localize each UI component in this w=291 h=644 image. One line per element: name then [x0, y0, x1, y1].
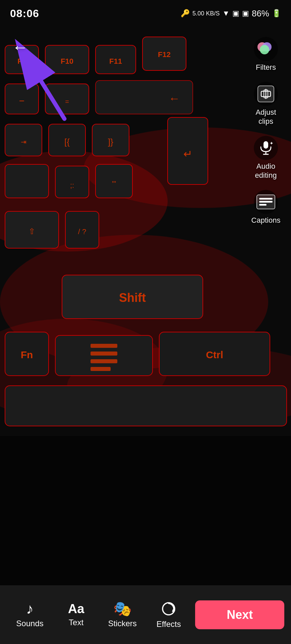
svg-text:;:: ;:: [70, 181, 74, 190]
adjust-clips-icon: [257, 86, 274, 102]
svg-text:[{: [{: [64, 137, 70, 147]
filters-icon: [257, 42, 274, 56]
svg-rect-49: [0, 436, 291, 587]
svg-point-59: [163, 603, 175, 615]
right-toolbar: Filters Adjust clips: [244, 34, 288, 228]
svg-rect-45: [91, 367, 111, 371]
bottom-item-text[interactable]: Aa Text: [53, 599, 99, 631]
text-icon: Aa: [68, 602, 84, 615]
svg-text:Ctrl: Ctrl: [206, 349, 223, 360]
svg-text:Shift: Shift: [119, 291, 146, 305]
svg-rect-28: [5, 164, 49, 198]
svg-rect-55: [264, 141, 268, 149]
svg-text:=: =: [65, 98, 69, 105]
effects-icon: [161, 601, 177, 617]
svg-rect-44: [91, 359, 117, 363]
audio-editing-icon-bg: ✦: [254, 136, 278, 160]
app-container: F9 F10 F11 F12 − = ← ⇥ [{: [0, 0, 291, 644]
signal-icon: ▣: [232, 9, 239, 18]
signal-icon2: ▣: [242, 9, 249, 18]
bottom-item-stickers[interactable]: 🎭 Stickers: [99, 598, 146, 632]
stickers-label: Stickers: [108, 619, 137, 628]
filters-label: Filters: [256, 63, 276, 72]
svg-text:]}: ]}: [108, 137, 113, 147]
status-bar: 08:06 🔑 5.00 KB/S ▼ ▣ ▣ 86% 🔋: [0, 0, 291, 27]
svg-rect-48: [5, 386, 287, 426]
svg-text:Fn: Fn: [21, 349, 33, 360]
svg-text:←: ←: [169, 92, 180, 105]
battery-icon: 🔋: [272, 9, 281, 18]
next-button[interactable]: Next: [195, 600, 284, 629]
bottom-bar: ♪ Sounds Aa Text 🎭 Stickers Effects Next: [0, 585, 291, 644]
toolbar-item-captions[interactable]: Captions: [247, 190, 284, 225]
svg-text:⇧: ⇧: [28, 227, 35, 236]
svg-text:↵: ↵: [183, 148, 192, 160]
back-arrow-icon: ←: [12, 38, 28, 56]
sounds-icon: ♪: [26, 601, 34, 616]
svg-text:✦: ✦: [270, 141, 274, 146]
adjust-clips-icon-bg: [254, 82, 278, 106]
status-time: 08:06: [10, 7, 39, 20]
toolbar-item-filters[interactable]: Filters: [247, 37, 284, 72]
svg-text:⇥: ⇥: [21, 138, 26, 146]
mic-icon: ✦: [257, 140, 274, 156]
stickers-icon: 🎭: [113, 601, 132, 616]
speed-text: 5.00 KB/S: [192, 10, 220, 17]
toolbar-item-audio-editing[interactable]: ✦ Audio editing: [247, 136, 284, 180]
svg-rect-42: [91, 344, 117, 348]
svg-rect-43: [91, 352, 117, 356]
back-button[interactable]: ←: [7, 34, 34, 60]
captions-icon-bg: [254, 190, 278, 214]
svg-text:'": '": [112, 179, 116, 188]
next-label: Next: [227, 608, 253, 622]
sounds-label: Sounds: [16, 619, 43, 628]
svg-text:/ ?: / ?: [78, 227, 86, 236]
battery-text: 86%: [252, 8, 269, 19]
svg-text:F12: F12: [158, 50, 171, 59]
svg-text:F10: F10: [61, 57, 73, 65]
bottom-item-effects[interactable]: Effects: [146, 597, 192, 632]
adjust-clips-label: Adjust clips: [247, 108, 284, 126]
svg-text:−: −: [19, 96, 24, 106]
text-label: Text: [69, 618, 83, 627]
svg-text:F11: F11: [109, 57, 122, 65]
wifi-icon: ▼: [222, 9, 230, 18]
filters-icon-bg: [254, 37, 278, 61]
effects-label: Effects: [157, 620, 181, 629]
toolbar-item-adjust-clips[interactable]: Adjust clips: [247, 82, 284, 126]
audio-editing-label: Audio editing: [247, 162, 284, 180]
captions-icon: [256, 195, 275, 209]
captions-label: Captions: [251, 216, 281, 225]
key-icon: 🔑: [181, 9, 190, 18]
bottom-item-sounds[interactable]: ♪ Sounds: [7, 598, 53, 632]
status-icons: 🔑 5.00 KB/S ▼ ▣ ▣ 86% 🔋: [181, 8, 281, 19]
